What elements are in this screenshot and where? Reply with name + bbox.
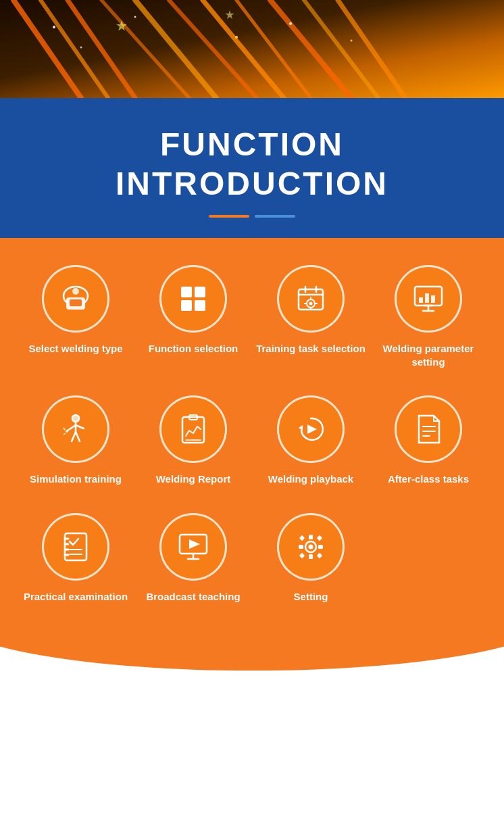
welding-helmet-icon — [58, 281, 93, 316]
svg-line-49 — [76, 425, 84, 429]
svg-line-54 — [64, 433, 66, 435]
simulation-training-icon-circle — [42, 395, 109, 463]
svg-rect-55 — [182, 417, 204, 443]
svg-rect-63 — [65, 533, 86, 560]
welding-playback-label: Welding playback — [268, 472, 353, 486]
function-selection-icon-circle — [159, 265, 227, 333]
svg-point-52 — [66, 430, 68, 433]
welding-playback-item[interactable]: Welding playback — [255, 395, 366, 486]
welder-figure-icon — [58, 412, 93, 447]
practical-examination-icon-circle — [42, 513, 109, 581]
gear-icon — [293, 529, 328, 564]
select-welding-type-icon-circle — [42, 265, 109, 333]
svg-rect-81 — [299, 552, 305, 558]
setting-label: Setting — [294, 590, 328, 604]
play-refresh-icon — [293, 412, 328, 447]
welding-parameter-setting-label: Welding parameter setting — [373, 342, 484, 368]
calendar-gear-icon — [293, 281, 328, 316]
welding-report-icon-circle — [159, 395, 227, 463]
welding-report-label: Welding Report — [156, 472, 231, 486]
after-class-tasks-label: After-class tasks — [388, 472, 469, 486]
svg-line-50 — [72, 432, 76, 441]
bar-chart-icon — [411, 281, 446, 316]
divider-orange — [209, 215, 249, 218]
svg-rect-78 — [318, 545, 323, 549]
welding-playback-icon-circle — [277, 395, 345, 463]
functions-row-3: Practical examination Broadcast teaching — [20, 513, 484, 604]
svg-marker-73 — [189, 539, 200, 549]
sparks-decoration — [0, 0, 504, 98]
function-selection-item[interactable]: Function selection — [138, 265, 249, 368]
svg-line-53 — [64, 428, 65, 430]
divider-blue — [255, 215, 295, 218]
broadcast-teaching-item[interactable]: Broadcast teaching — [138, 513, 249, 604]
broadcast-teaching-label: Broadcast teaching — [146, 590, 240, 604]
page-title: FUNCTION INTRODUCTION — [14, 125, 490, 203]
function-selection-label: Function selection — [149, 342, 238, 356]
title-divider — [14, 215, 490, 218]
hero-image — [0, 0, 504, 98]
functions-row-1: Select welding type Function selection — [20, 265, 484, 368]
training-task-selection-label: Training task selection — [256, 342, 366, 356]
empty-slot — [373, 513, 484, 604]
after-class-tasks-icon-circle — [395, 395, 462, 463]
svg-point-23 — [72, 288, 79, 295]
practical-examination-label: Practical examination — [24, 590, 128, 604]
select-welding-type-label: Select welding type — [28, 342, 122, 356]
svg-rect-22 — [70, 299, 82, 306]
svg-rect-75 — [309, 535, 313, 539]
svg-line-48 — [68, 425, 76, 431]
svg-rect-24 — [181, 287, 192, 297]
svg-point-12 — [53, 26, 55, 28]
svg-point-17 — [351, 40, 353, 42]
svg-point-14 — [235, 36, 238, 39]
svg-point-16 — [289, 22, 292, 25]
monitor-play-icon — [176, 529, 211, 564]
svg-line-51 — [76, 432, 80, 441]
svg-rect-25 — [195, 287, 205, 297]
svg-rect-76 — [309, 554, 313, 559]
after-class-tasks-item[interactable]: After-class tasks — [373, 395, 484, 486]
functions-section: Select welding type Function selection — [0, 238, 504, 643]
functions-row-2: Simulation training Welding Report — [20, 395, 484, 486]
welding-parameter-setting-icon-circle — [395, 265, 462, 333]
simulation-training-item[interactable]: Simulation training — [20, 395, 131, 486]
broadcast-teaching-icon-circle — [159, 513, 227, 581]
practical-examination-item[interactable]: Practical examination — [20, 513, 131, 604]
svg-point-15 — [80, 47, 82, 49]
svg-marker-58 — [299, 425, 303, 431]
clipboard-chart-icon — [176, 412, 211, 447]
simulation-training-label: Simulation training — [30, 472, 122, 486]
select-welding-type-item[interactable]: Select welding type — [20, 265, 131, 368]
welding-parameter-setting-item[interactable]: Welding parameter setting — [373, 265, 484, 368]
svg-rect-46 — [72, 416, 80, 421]
welding-report-item[interactable]: Welding Report — [138, 395, 249, 486]
svg-rect-80 — [317, 535, 322, 540]
svg-rect-82 — [317, 552, 322, 558]
document-lines-icon — [411, 412, 446, 447]
svg-rect-43 — [425, 293, 429, 303]
svg-rect-79 — [299, 535, 305, 540]
grid-apps-icon — [176, 281, 211, 316]
title-section: FUNCTION INTRODUCTION — [0, 98, 504, 238]
svg-rect-42 — [419, 297, 423, 303]
svg-rect-26 — [181, 300, 192, 311]
svg-rect-27 — [195, 300, 205, 311]
setting-item[interactable]: Setting — [255, 513, 366, 604]
svg-point-13 — [134, 16, 136, 18]
exam-checklist-icon — [58, 529, 93, 564]
training-task-selection-icon-circle — [277, 265, 345, 333]
svg-rect-77 — [299, 545, 303, 549]
svg-marker-59 — [307, 424, 317, 434]
svg-point-33 — [309, 302, 313, 306]
training-task-selection-item[interactable]: Training task selection — [255, 265, 366, 368]
svg-rect-44 — [431, 295, 435, 303]
svg-point-83 — [309, 544, 313, 549]
setting-icon-circle — [277, 513, 345, 581]
